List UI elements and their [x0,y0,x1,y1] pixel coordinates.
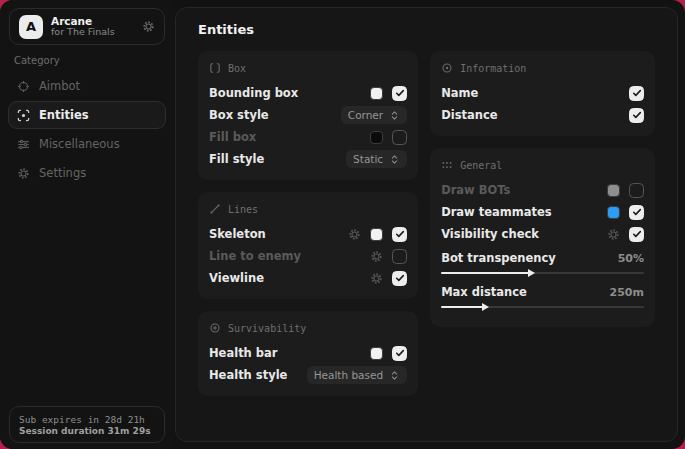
sub-expiry-text: Sub expires in 28d 21h [19,414,155,425]
sidebar-item-settings[interactable]: Settings [8,159,166,187]
row-label: Skeleton [209,227,348,241]
page-title: Entities [198,22,665,37]
check-icon [394,87,406,99]
sliders-icon [17,138,30,151]
gear-icon [17,167,30,180]
row-line-to-enemy: Line to enemy [209,245,407,267]
session-duration-text: Session duration 31m 29s [19,426,155,436]
checkbox-line-to-enemy[interactable] [392,249,407,264]
sidebar-item-entities[interactable]: Entities [8,101,166,129]
group-title: Survivability [228,323,306,334]
slider-max-distance: Max distance 250m [441,283,644,311]
check-icon [631,87,643,99]
sidebar-item-label: Entities [39,108,89,122]
group-general: General Draw BOTs Draw teammates [430,148,655,327]
color-swatch[interactable] [370,87,383,100]
slider-value: 250m [610,286,644,299]
gear-icon[interactable] [370,250,383,263]
slider-bot-transparency: Bot transpenency 50% [441,249,644,277]
check-icon [394,272,406,284]
crosshair-icon [17,80,30,93]
row-label: Health style [209,368,307,382]
group-title: General [460,160,502,171]
row-distance: Distance [441,104,644,126]
checkbox-health-bar[interactable] [392,346,407,361]
color-swatch[interactable] [370,347,383,360]
health-style-dropdown[interactable]: Health based [307,366,408,384]
gear-icon[interactable] [348,228,361,241]
slider-track[interactable] [441,303,644,311]
color-swatch[interactable] [607,184,620,197]
group-lines: Lines Skeleton Line to en [198,192,418,299]
slider-thumb[interactable] [528,269,535,277]
survivability-icon [209,322,221,334]
dropdown-value: Corner [348,109,383,121]
row-label: Fill box [209,130,370,144]
row-label: Box style [209,108,341,122]
row-label: Health bar [209,346,370,360]
row-label: Viewline [209,271,370,285]
sidebar-item-label: Aimbot [39,79,80,93]
slider-thumb[interactable] [482,303,489,311]
row-label: Line to enemy [209,249,370,263]
checkbox-fill-box[interactable] [392,130,407,145]
box-style-dropdown[interactable]: Corner [341,106,407,124]
color-swatch[interactable] [607,206,620,219]
chevron-up-down-icon [389,154,400,165]
row-label: Fill style [209,152,346,166]
row-label: Bounding box [209,86,370,100]
checkbox-bounding-box[interactable] [392,86,407,101]
subscription-card: Sub expires in 28d 21h Session duration … [9,406,165,443]
app-logo: A [19,15,43,39]
app-window: A Arcane for The Finals Category Aimbot … [0,0,685,449]
group-survivability: Survivability Health bar Health style [198,311,418,396]
information-icon [441,62,453,74]
row-draw-bots: Draw BOTs [441,179,644,201]
category-label: Category [14,55,60,66]
checkbox-distance[interactable] [629,108,644,123]
row-viewline: Viewline [209,267,407,289]
checkbox-skeleton[interactable] [392,227,407,242]
row-draw-teammates: Draw teammates [441,201,644,223]
sidebar-item-miscellaneous[interactable]: Miscellaneous [8,130,166,158]
row-label: Draw BOTs [441,183,607,197]
gear-icon[interactable] [142,20,155,33]
checkbox-visibility-check[interactable] [629,227,644,242]
slider-label: Bot transpenency [441,251,618,265]
chevron-up-down-icon [389,370,400,381]
color-swatch[interactable] [370,228,383,241]
fill-style-dropdown[interactable]: Static [346,150,407,168]
gear-icon[interactable] [607,228,620,241]
check-icon [631,109,643,121]
grid-dots-icon [441,159,453,171]
dropdown-value: Static [353,153,383,165]
box-brackets-icon [209,62,221,74]
scan-icon [17,109,30,122]
row-bounding-box: Bounding box [209,82,407,104]
gear-icon[interactable] [370,272,383,285]
app-subtitle: for The Finals [51,27,134,38]
check-icon [631,228,643,240]
main-panel: Entities Box Bounding box [175,7,678,442]
checkbox-name[interactable] [629,86,644,101]
checkbox-viewline[interactable] [392,271,407,286]
row-label: Name [441,86,629,100]
checkbox-draw-bots[interactable] [629,183,644,198]
sidebar-item-aimbot[interactable]: Aimbot [8,72,166,100]
group-box: Box Bounding box Box style [198,51,418,180]
sidebar-nav: Aimbot Entities Miscellaneous Settings [8,72,166,187]
row-label: Distance [441,108,629,122]
dropdown-value: Health based [314,369,384,381]
slider-fill [441,306,484,308]
row-health-bar: Health bar [209,342,407,364]
row-label: Draw teammates [441,205,607,219]
slider-track[interactable] [441,269,644,277]
sidebar: A Arcane for The Finals Category Aimbot … [0,0,174,449]
row-health-style: Health style Health based [209,364,407,386]
check-icon [631,206,643,218]
color-swatch[interactable] [370,131,383,144]
row-name: Name [441,82,644,104]
row-fill-style: Fill style Static [209,148,407,170]
checkbox-draw-teammates[interactable] [629,205,644,220]
chevron-up-down-icon [389,110,400,121]
